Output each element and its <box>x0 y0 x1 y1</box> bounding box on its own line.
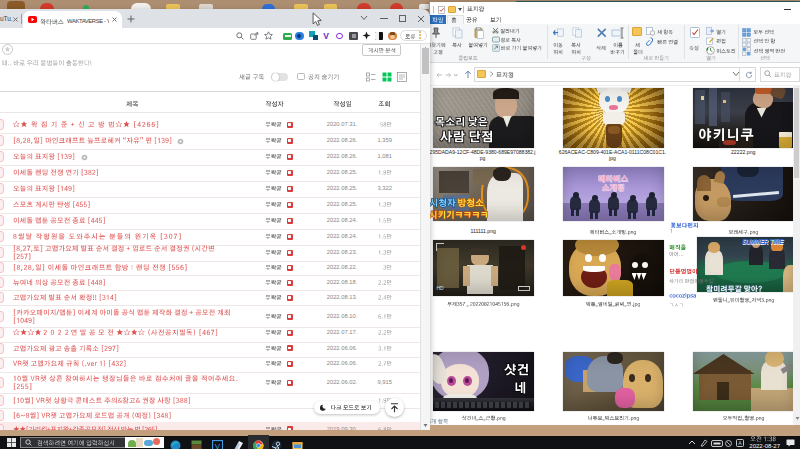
svg-text:A: A <box>738 440 742 446</box>
svg-text:V: V <box>215 442 221 449</box>
